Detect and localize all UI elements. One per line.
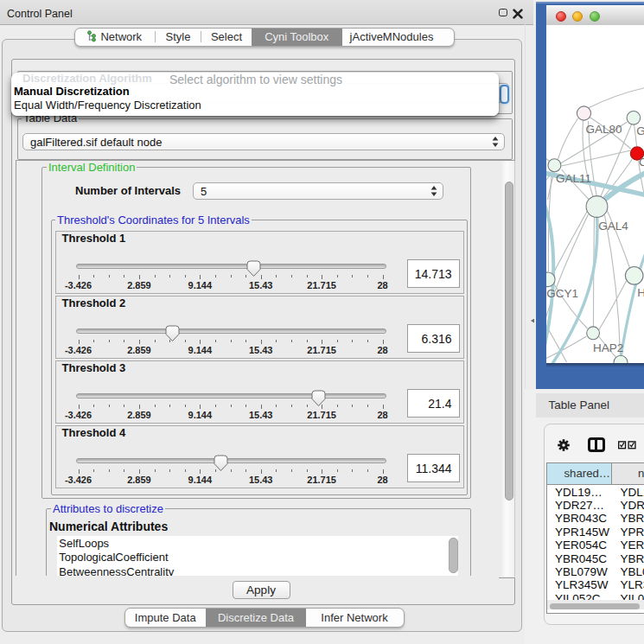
svg-text:GAL4: GAL4 bbox=[598, 219, 628, 232]
svg-text:GA: GA bbox=[636, 124, 644, 137]
svg-text:HAP2: HAP2 bbox=[593, 341, 623, 354]
svg-text:C: C bbox=[639, 155, 644, 168]
svg-text:H: H bbox=[637, 285, 644, 298]
svg-text:GAL11: GAL11 bbox=[556, 171, 591, 184]
svg-text:GAL80: GAL80 bbox=[585, 122, 622, 135]
svg-text:GCY1: GCY1 bbox=[546, 286, 578, 299]
